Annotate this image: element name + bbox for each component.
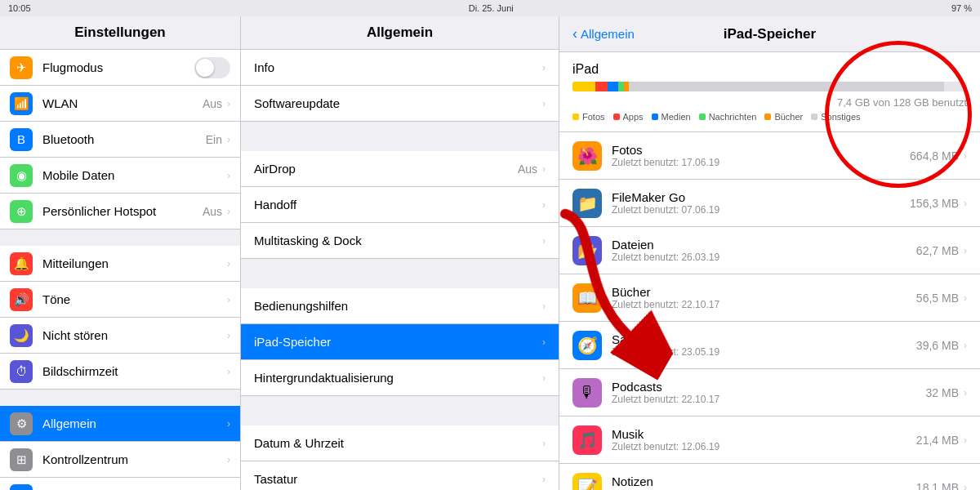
allgemein-item-softwareupdate[interactable]: Softwareupdate› [241,86,559,122]
allgemein-item-bedienungshilfen[interactable]: Bedienungshilfen› [241,288,559,324]
app-item-podcasts[interactable]: 🎙PodcastsZuletzt benutzt: 22.10.1732 MB› [559,369,980,416]
bildschirmzeit-icon: ⏱ [10,360,33,383]
filemaker-app-name: FileMaker Go [612,190,910,204]
flugmodus-icon: ✈ [10,56,33,79]
bucher-app-icon: 📖 [572,283,602,313]
kontrollzentrum-chevron-icon: › [227,454,230,466]
sidebar-item-flugmodus[interactable]: ✈Flugmodus [0,50,240,86]
dateien-app-icon: 📂 [572,236,602,265]
sidebar-item-mitteilungen[interactable]: 🔔Mitteilungen› [0,246,240,282]
sidebar-item-label-bluetooth: Bluetooth [42,132,206,146]
sidebar-item-value-bluetooth: Ein [206,133,222,146]
notizen-chevron-icon: › [964,482,967,491]
right-panel-header: ‹ Allgemein iPad-Speicher [559,16,980,52]
filemaker-chevron-icon: › [964,198,967,209]
sidebar-item-allgemein[interactable]: ⚙Allgemein› [0,406,240,442]
allgemein-icon: ⚙ [10,412,33,435]
fotos-app-name: Fotos [612,143,910,157]
bildschirmzeit-chevron-icon: › [227,366,230,377]
app-item-bucher[interactable]: 📖BücherZuletzt benutzt: 22.10.1756,5 MB› [559,274,980,322]
allgemein-item-handoff[interactable]: Handoff› [241,187,559,223]
device-name: iPad [572,62,967,77]
sidebar-item-label-flugmodus: Flugmodus [42,60,188,74]
sidebar-item-kontrollzentrum[interactable]: ⊞Kontrollzentrum› [0,442,240,478]
back-button[interactable]: ‹ Allgemein [572,25,635,42]
sidebar-item-label-tone: Töne [42,292,227,306]
app-item-safari[interactable]: 🧭SafariZuletzt benutzt: 23.05.1939,6 MB› [559,322,980,369]
allgemein-item-info[interactable]: Info› [241,50,559,86]
ipad-speicher-chevron-icon: › [542,336,546,348]
flugmodus-toggle[interactable] [194,57,230,78]
sidebar-item-hotspot[interactable]: ⊕Persönlicher HotspotAus› [0,194,240,229]
allgemein-item-datum-uhrzeit[interactable]: Datum & Uhrzeit› [241,425,559,461]
settings-title: Einstellungen [0,16,240,50]
allgemein-chevron-icon: › [227,418,230,430]
fotos-chevron-icon: › [964,150,967,162]
date: Di. 25. Juni [469,3,514,13]
notizen-app-size: 18,1 MB [916,481,959,491]
fotos-app-icon: 🌺 [572,141,602,171]
storage-segment-nachrichten [618,82,624,91]
allgemein-label-handoff: Handoff [254,198,542,212]
notizen-app-info: NotizenZuletzt benutzt: 07.06.19 [612,474,916,490]
mobile-daten-icon: ◉ [10,164,33,187]
sidebar-item-label-bildschirmzeit: Bildschirmzeit [42,364,227,378]
storage-segment-sonstiges [629,82,944,91]
multitasking-chevron-icon: › [542,235,546,247]
podcasts-app-date: Zuletzt benutzt: 22.10.17 [612,394,926,405]
storage-segment-apps [595,82,608,91]
fotos-app-date: Zuletzt benutzt: 17.06.19 [612,157,910,168]
sidebar-item-tone[interactable]: 🔊Töne› [0,282,240,318]
filemaker-app-size: 156,3 MB [910,197,959,210]
sidebar-item-wlan[interactable]: 📶WLANAus› [0,86,240,122]
legend-dot-medien [652,114,658,120]
storage-segment-fotos [572,82,595,91]
settings-panel: Einstellungen ✈Flugmodus📶WLANAus›BBlueto… [0,16,241,490]
safari-app-icon: 🧭 [572,331,602,360]
musik-app-date: Zuletzt benutzt: 12.06.19 [612,441,916,452]
tone-icon: 🔊 [10,288,33,311]
allgemein-item-ipad-speicher[interactable]: iPad-Speicher› [241,324,559,360]
allgemein-label-bedienungshilfen: Bedienungshilfen [254,299,542,313]
allgemein-item-multitasking[interactable]: Multitasking & Dock› [241,223,559,259]
app-item-filemaker[interactable]: 📁FileMaker GoZuletzt benutzt: 07.06.1915… [559,180,980,227]
bucher-app-date: Zuletzt benutzt: 22.10.17 [612,299,916,310]
allgemein-item-hintergrundaktualisierung[interactable]: Hintergrundaktualisierung› [241,360,559,396]
ipad-speicher-panel: ‹ Allgemein iPad-Speicher iPad 7,4 GB vo… [559,16,980,490]
legend-item-apps: Apps [613,112,644,122]
safari-app-size: 39,6 MB [916,339,959,352]
app-item-fotos[interactable]: 🌺FotosZuletzt benutzt: 17.06.19664,8 MB› [559,132,980,180]
settings-list: ✈Flugmodus📶WLANAus›BBluetoothEin›◉Mobile… [0,50,240,490]
sidebar-item-label-kontrollzentrum: Kontrollzentrum [42,452,227,466]
allgemein-label-datum-uhrzeit: Datum & Uhrzeit [254,436,542,450]
allgemein-label-ipad-speicher: iPad-Speicher [254,335,542,349]
sidebar-item-label-mobile-daten: Mobile Daten [42,168,227,182]
sidebar-item-bluetooth[interactable]: BBluetoothEin› [0,122,240,158]
sidebar-item-mobile-daten[interactable]: ◉Mobile Daten› [0,158,240,194]
app-item-notizen[interactable]: 📝NotizenZuletzt benutzt: 07.06.1918,1 MB… [559,464,980,490]
nicht-storen-chevron-icon: › [227,330,230,341]
sidebar-item-label-nicht-storen: Nicht stören [42,328,227,342]
sidebar-item-nicht-storen[interactable]: 🌙Nicht stören› [0,318,240,354]
notizen-app-name: Notizen [612,474,916,488]
allgemein-label-multitasking: Multitasking & Dock [254,234,542,247]
datum-uhrzeit-chevron-icon: › [542,438,546,449]
info-chevron-icon: › [542,62,546,74]
storage-legend: FotosAppsMedienNachrichtenBücherSonstige… [572,112,967,122]
app-item-dateien[interactable]: 📂DateienZuletzt benutzt: 26.03.1962,7 MB… [559,227,980,274]
sidebar-item-anzeige[interactable]: ☀Anzeige & Helligkeit› [0,478,240,490]
legend-label-apps: Apps [623,112,644,122]
section-gap-datum-uhrzeit [241,396,559,425]
app-item-musik[interactable]: 🎵MusikZuletzt benutzt: 12.06.1921,4 MB› [559,416,980,464]
legend-label-fotos: Fotos [582,112,605,122]
sidebar-item-bildschirmzeit[interactable]: ⏱Bildschirmzeit› [0,354,240,390]
hotspot-chevron-icon: › [227,206,230,217]
allgemein-item-airdrop[interactable]: AirDropAus› [241,151,559,187]
allgemein-item-tastatur[interactable]: Tastatur› [241,461,559,490]
safari-app-info: SafariZuletzt benutzt: 23.05.19 [612,332,916,358]
bluetooth-chevron-icon: › [227,134,230,145]
kontrollzentrum-icon: ⊞ [10,448,33,471]
sidebar-item-value-hotspot: Aus [203,205,222,218]
mitteilungen-icon: 🔔 [10,252,33,275]
nicht-storen-icon: 🌙 [10,324,33,347]
